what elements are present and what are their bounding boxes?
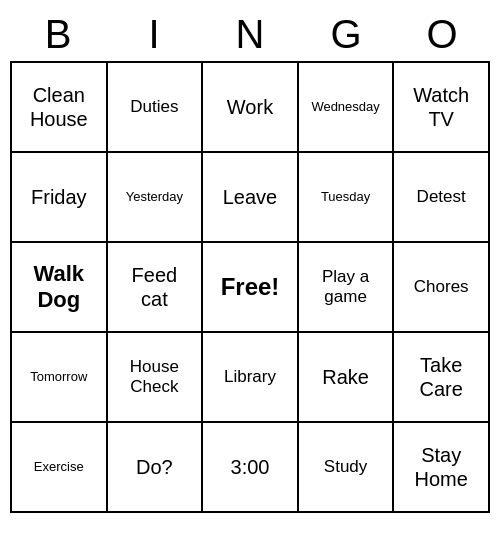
cell-r3-c4: TakeCare — [394, 333, 490, 423]
header-letter: B — [10, 8, 106, 61]
cell-r3-c2: Library — [203, 333, 299, 423]
bingo-card: BINGO CleanHouseDutiesWorkWednesdayWatch… — [10, 8, 490, 513]
cell-r0-c0: CleanHouse — [12, 63, 108, 153]
cell-r4-c3: Study — [299, 423, 395, 513]
cell-r1-c4: Detest — [394, 153, 490, 243]
cell-r4-c2: 3:00 — [203, 423, 299, 513]
cell-r4-c4: StayHome — [394, 423, 490, 513]
cell-r1-c2: Leave — [203, 153, 299, 243]
cell-r3-c1: HouseCheck — [108, 333, 204, 423]
cell-r0-c4: WatchTV — [394, 63, 490, 153]
cell-r2-c3: Play agame — [299, 243, 395, 333]
cell-r1-c1: Yesterday — [108, 153, 204, 243]
cell-r2-c4: Chores — [394, 243, 490, 333]
cell-r0-c1: Duties — [108, 63, 204, 153]
cell-r2-c0: WalkDog — [12, 243, 108, 333]
cell-r1-c0: Friday — [12, 153, 108, 243]
cell-r4-c1: Do? — [108, 423, 204, 513]
cell-r1-c3: Tuesday — [299, 153, 395, 243]
header-letter: I — [106, 8, 202, 61]
cell-r0-c2: Work — [203, 63, 299, 153]
cell-r2-c2: Free! — [203, 243, 299, 333]
cell-r3-c3: Rake — [299, 333, 395, 423]
cell-r2-c1: Feedcat — [108, 243, 204, 333]
header-letter: G — [298, 8, 394, 61]
cell-r4-c0: Exercise — [12, 423, 108, 513]
cell-r0-c3: Wednesday — [299, 63, 395, 153]
cell-r3-c0: Tomorrow — [12, 333, 108, 423]
bingo-header: BINGO — [10, 8, 490, 61]
header-letter: O — [394, 8, 490, 61]
bingo-grid: CleanHouseDutiesWorkWednesdayWatchTVFrid… — [10, 61, 490, 513]
header-letter: N — [202, 8, 298, 61]
